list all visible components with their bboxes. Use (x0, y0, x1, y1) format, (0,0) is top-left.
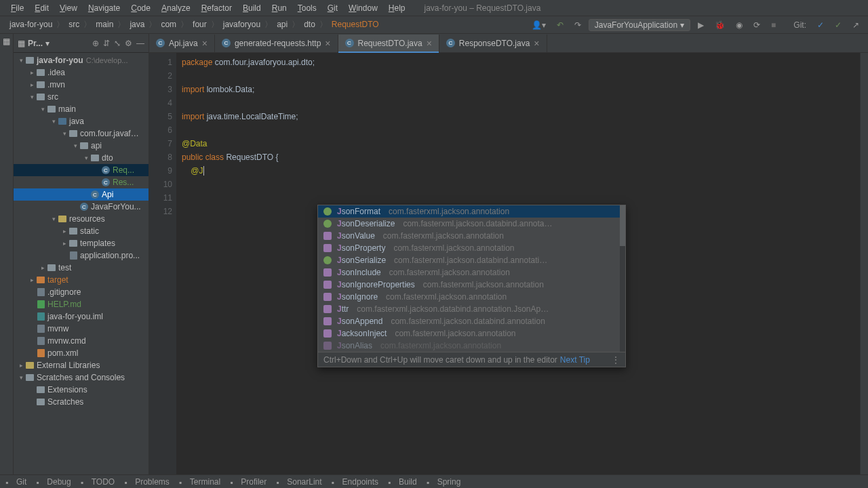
statusbar-todo[interactable]: ▪TODO (81, 477, 115, 487)
breadcrumb-item[interactable]: api (273, 20, 292, 29)
statusbar-problems[interactable]: ▪Problems (124, 477, 170, 487)
completion-item[interactable]: JsonIncludecom.fasterxml.jackson.annotat… (318, 266, 625, 279)
completion-item[interactable]: JsonIgnorePropertiescom.fasterxml.jackso… (318, 279, 625, 291)
statusbar-profiler[interactable]: ▪Profiler (230, 477, 267, 487)
statusbar-spring[interactable]: ▪Spring (427, 477, 461, 487)
tree-row[interactable]: ▾Scratches and Consoles (14, 371, 149, 384)
tree-row[interactable]: ▾java-for-youC:\develop... (14, 54, 149, 66)
tree-row[interactable]: ▸templates (14, 237, 149, 249)
tree-row[interactable]: pom.xml (14, 347, 149, 359)
tree-row[interactable]: ▸.idea (14, 66, 149, 79)
run-button[interactable]: ▶ (694, 20, 707, 30)
tree-row[interactable]: ▸.mvn (14, 79, 149, 91)
statusbar-git[interactable]: ▪Git (5, 477, 26, 487)
breadcrumb-item[interactable]: java (125, 20, 149, 29)
completion-scrollbar[interactable] (620, 205, 625, 352)
tree-row[interactable]: ▸test (14, 262, 149, 274)
run-config-selector[interactable]: JavaForYouApplication ▾ (589, 19, 690, 31)
user-icon[interactable]: 👤▾ (528, 20, 549, 30)
completion-item[interactable]: JacksonInjectcom.fasterxml.jackson.annot… (318, 327, 625, 340)
tree-row[interactable]: mvnw (14, 323, 149, 335)
completion-item[interactable]: JsonDeserializecom.fasterxml.jackson.dat… (318, 218, 625, 230)
menu-help[interactable]: Help (383, 3, 411, 13)
menu-view[interactable]: View (54, 3, 83, 13)
completion-item[interactable]: JsonPropertycom.fasterxml.jackson.annota… (318, 242, 625, 254)
tree-row[interactable]: Scratches (14, 396, 149, 408)
git-push-icon[interactable]: ↗ (849, 20, 863, 30)
close-tab-icon[interactable]: × (202, 38, 208, 49)
menu-analyze[interactable]: Analyze (156, 3, 196, 13)
project-tool-icon[interactable]: ▦ (3, 37, 10, 46)
tree-row[interactable]: ▾src (14, 91, 149, 103)
tree-row[interactable]: CRes... (14, 176, 149, 188)
menu-window[interactable]: Window (343, 3, 383, 13)
completion-item[interactable]: JsonIgnorecom.fasterxml.jackson.annotati… (318, 291, 625, 303)
editor-tab[interactable]: CResponseDTO.java× (439, 35, 547, 52)
tree-row[interactable]: mvnw.cmd (14, 335, 149, 347)
tree-row[interactable]: ▸static (14, 225, 149, 237)
statusbar-terminal[interactable]: ▪Terminal (179, 477, 220, 487)
editor-tab[interactable]: CRequestDTO.java× (338, 35, 439, 52)
git-commit-icon[interactable]: ✓ (831, 20, 845, 30)
tree-row[interactable]: java-for-you.iml (14, 310, 149, 323)
expand-all-icon[interactable]: ⇵ (103, 39, 110, 48)
menu-run[interactable]: Run (267, 3, 292, 13)
tree-row[interactable]: ▾main (14, 103, 149, 115)
breadcrumb-item[interactable]: src (64, 20, 83, 29)
hide-icon[interactable]: — (136, 39, 144, 48)
completion-item[interactable]: Jttrcom.fasterxml.jackson.databind.annot… (318, 303, 625, 315)
tree-row[interactable]: ▾com.four.javaf… (14, 127, 149, 140)
completion-more-icon[interactable]: ⋮ (612, 355, 620, 365)
statusbar-sonarlint[interactable]: ▪SonarLint (276, 477, 321, 487)
gear-icon[interactable]: ⚙ (125, 39, 132, 48)
tree-row[interactable]: ▾dto (14, 152, 149, 164)
debug-button[interactable]: 🐞 (711, 20, 728, 30)
coverage-button[interactable]: ◉ (732, 20, 746, 30)
statusbar-endpoints[interactable]: ▪Endpoints (332, 477, 378, 487)
breadcrumb-item[interactable]: java-for-you (5, 20, 56, 29)
tree-row[interactable]: ▸target (14, 274, 149, 286)
completion-item[interactable]: JsonValuecom.fasterxml.jackson.annotatio… (318, 230, 625, 242)
menu-file[interactable]: File (5, 3, 29, 13)
tree-row[interactable]: ▸External Libraries (14, 359, 149, 371)
breadcrumb-item[interactable]: dto (300, 20, 319, 29)
statusbar-build[interactable]: ▪Build (388, 477, 417, 487)
tree-row[interactable]: application.pro... (14, 249, 149, 262)
project-tree[interactable]: ▾java-for-youC:\develop...▸.idea▸.mvn▾sr… (14, 53, 149, 474)
next-tip-link[interactable]: Next Tip (560, 355, 590, 365)
close-tab-icon[interactable]: × (534, 38, 539, 49)
select-target-icon[interactable]: ⊕ (92, 39, 99, 48)
breadcrumb-item[interactable]: RequestDTO (328, 20, 383, 29)
breadcrumb-item[interactable]: main (92, 20, 117, 29)
completion-item[interactable]: JsonFormatcom.fasterxml.jackson.annotati… (318, 205, 625, 218)
menu-navigate[interactable]: Navigate (83, 3, 125, 13)
tree-row[interactable]: ▾api (14, 140, 149, 152)
menu-tools[interactable]: Tools (292, 3, 322, 13)
close-tab-icon[interactable]: × (427, 38, 432, 49)
tree-row[interactable]: Extensions (14, 384, 149, 396)
tree-row[interactable]: .gitignore (14, 286, 149, 298)
collapse-all-icon[interactable]: ⤡ (114, 39, 121, 48)
completion-item[interactable]: JsonAppendcom.fasterxml.jackson.databind… (318, 315, 625, 327)
menu-refactor[interactable]: Refactor (196, 3, 237, 13)
stop-button[interactable]: ■ (768, 20, 779, 30)
tree-row[interactable]: CApi (14, 188, 149, 201)
menu-build[interactable]: Build (237, 3, 267, 13)
editor-tab[interactable]: Cgenerated-requests.http× (215, 35, 338, 52)
completion-popup[interactable]: JsonFormatcom.fasterxml.jackson.annotati… (317, 205, 626, 367)
breadcrumb-item[interactable]: com (157, 20, 180, 29)
menu-code[interactable]: Code (125, 3, 156, 13)
tree-row[interactable]: ▾resources (14, 213, 149, 225)
breadcrumb-item[interactable]: javaforyou (219, 20, 264, 29)
close-tab-icon[interactable]: × (325, 38, 330, 49)
tree-row[interactable]: CReq... (14, 164, 149, 176)
redo-icon[interactable]: ↷ (571, 20, 585, 30)
completion-item[interactable]: JsonSerializecom.fasterxml.jackson.datab… (318, 254, 625, 266)
statusbar-debug[interactable]: ▪Debug (36, 477, 71, 487)
completion-item[interactable]: JsonAliascom.fasterxml.jackson.annotatio… (318, 340, 625, 352)
tree-row[interactable]: HELP.md (14, 298, 149, 310)
tree-row[interactable]: ▾java (14, 115, 149, 127)
undo-icon[interactable]: ↶ (553, 20, 567, 30)
git-update-icon[interactable]: ✓ (814, 20, 827, 30)
tree-row[interactable]: CJavaForYou... (14, 201, 149, 213)
